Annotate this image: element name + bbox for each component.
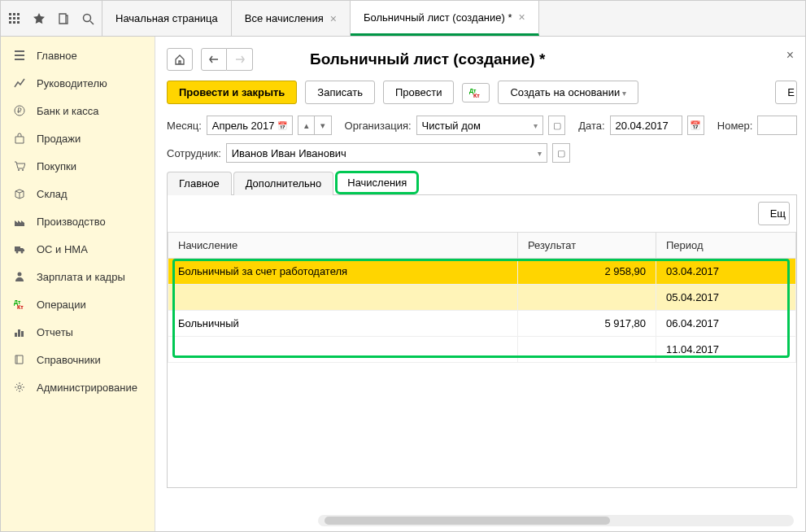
svg-point-14	[22, 169, 24, 171]
month-up[interactable]: ▴	[298, 116, 315, 135]
close-page-icon[interactable]: ×	[786, 48, 794, 63]
svg-point-15	[16, 251, 19, 254]
calendar-icon[interactable]: 📅	[277, 121, 287, 130]
svg-rect-0	[9, 13, 11, 15]
sidebar-item-warehouse[interactable]: Склад	[1, 180, 155, 207]
close-icon[interactable]: ×	[330, 12, 337, 25]
svg-rect-6	[9, 21, 11, 24]
cell-result	[518, 337, 656, 363]
topbar-icons	[1, 1, 102, 36]
employee-open[interactable]: ▢	[552, 143, 570, 163]
sidebar-item-admin[interactable]: Администрирование	[1, 373, 155, 401]
tab-all-accruals[interactable]: Все начисления×	[232, 1, 351, 36]
create-based-button[interactable]: Создать на основании	[498, 81, 638, 104]
table-body: Больничный за счет работодателя 2 958,90…	[168, 259, 796, 363]
sidebar-item-reports[interactable]: Отчеты	[1, 318, 155, 346]
chevron-down-icon[interactable]: ▾	[534, 121, 538, 130]
date-label: Дата:	[578, 120, 604, 132]
sidebar-item-label: Администрирование	[37, 382, 137, 394]
dtkt-button[interactable]: ДтКт	[462, 83, 490, 102]
sidebar-item-production[interactable]: Производство	[1, 207, 155, 235]
person-icon	[12, 269, 27, 284]
employee-input[interactable]: Иванов Иван Иванович▾	[226, 143, 547, 163]
home-button[interactable]	[167, 48, 193, 71]
sidebar-item-catalogs[interactable]: Справочники	[1, 346, 155, 373]
svg-point-9	[84, 14, 91, 21]
horizontal-scrollbar[interactable]	[318, 515, 794, 526]
tab-extra[interactable]: Дополнительно	[233, 172, 334, 195]
org-input[interactable]: Чистый дом▾	[416, 116, 543, 135]
history-icon[interactable]	[56, 11, 71, 26]
sidebar-item-label: Зарплата и кадры	[37, 271, 125, 283]
sidebar-item-label: Справочники	[37, 354, 101, 366]
number-label: Номер:	[717, 120, 753, 132]
cell-name	[168, 285, 518, 311]
cell-period: 03.04.2017	[656, 259, 796, 285]
scrollbar-thumb[interactable]	[325, 517, 610, 525]
sidebar-item-hr[interactable]: Зарплата и кадры	[1, 263, 155, 290]
table-row[interactable]: Больничный за счет работодателя 2 958,90…	[168, 259, 796, 285]
apps-icon[interactable]	[7, 11, 22, 26]
star-icon[interactable]	[32, 11, 46, 26]
tab-start-page[interactable]: Начальная страница	[102, 1, 232, 36]
table-more-button[interactable]: Ещ	[758, 202, 790, 225]
table-area: Ещ Начисление Результат Период Больничны…	[167, 195, 797, 488]
sidebar-item-main[interactable]: Главное	[1, 41, 155, 69]
table-row[interactable]: 11.04.2017	[168, 337, 796, 363]
svg-rect-22	[21, 331, 24, 337]
col-result[interactable]: Результат	[518, 233, 656, 259]
post-button[interactable]: Провести	[383, 81, 455, 104]
sidebar-item-operations[interactable]: ДтКтОперации	[1, 290, 155, 318]
date-calendar[interactable]: 📅	[687, 116, 704, 135]
forward-button[interactable]	[227, 48, 253, 71]
tab-sick-leave[interactable]: Больничный лист (создание) *×	[351, 1, 539, 36]
sidebar-item-purchases[interactable]: Покупки	[1, 152, 155, 180]
sidebar-item-label: Продажи	[37, 133, 81, 145]
post-and-close-button[interactable]: Провести и закрыть	[167, 81, 297, 104]
box-icon	[12, 186, 27, 201]
more-button-cut[interactable]: Е	[775, 81, 797, 104]
sidebar-item-bank[interactable]: ₽Банк и касса	[1, 97, 155, 124]
cell-name	[168, 337, 518, 363]
tab-label: Начальная страница	[115, 12, 218, 24]
table-actions: Ещ	[168, 195, 796, 232]
number-input[interactable]	[757, 116, 797, 135]
sidebar-item-assets[interactable]: ОС и НМА	[1, 235, 155, 263]
svg-rect-21	[18, 329, 20, 337]
col-period[interactable]: Период	[656, 233, 796, 259]
page-title: Больничный лист (создание) *	[310, 50, 545, 68]
date-input[interactable]: 20.04.2017	[610, 116, 682, 135]
table-row[interactable]: 05.04.2017	[168, 285, 796, 311]
gear-icon	[12, 380, 27, 395]
header-row: Больничный лист (создание) *	[167, 48, 797, 71]
table-row[interactable]: Больничный 5 917,80 06.04.2017	[168, 311, 796, 337]
employee-label: Сотрудник:	[167, 147, 221, 159]
svg-point-23	[18, 386, 21, 389]
topbar: Начальная страница Все начисления× Больн…	[1, 1, 805, 37]
write-button[interactable]: Записать	[305, 81, 375, 104]
sidebar-item-label: Склад	[37, 188, 68, 200]
sidebar-item-manager[interactable]: Руководителю	[1, 69, 155, 97]
tab-main[interactable]: Главное	[167, 172, 232, 195]
chevron-down-icon[interactable]: ▾	[538, 149, 542, 158]
chart-line-icon	[12, 76, 27, 90]
sidebar-item-sales[interactable]: Продажи	[1, 124, 155, 152]
org-open[interactable]: ▢	[548, 116, 565, 135]
svg-rect-7	[13, 21, 15, 24]
col-name[interactable]: Начисление	[168, 233, 518, 259]
cell-name: Больничный	[168, 311, 518, 337]
sidebar-item-label: Руководителю	[37, 77, 107, 89]
svg-text:Кт: Кт	[473, 93, 480, 98]
cell-period: 06.04.2017	[656, 311, 796, 337]
close-icon[interactable]: ×	[519, 11, 525, 24]
cell-period: 11.04.2017	[656, 337, 796, 363]
back-button[interactable]	[201, 48, 227, 71]
search-icon[interactable]	[81, 11, 95, 26]
sidebar-item-label: ОС и НМА	[37, 243, 88, 255]
form-row-2: Сотрудник: Иванов Иван Иванович▾ ▢	[167, 143, 797, 163]
action-bar: Провести и закрыть Записать Провести ДтК…	[167, 81, 797, 104]
month-down[interactable]: ▾	[314, 116, 331, 135]
tab-accruals[interactable]: Начисления	[335, 171, 419, 194]
svg-point-17	[18, 273, 22, 277]
month-input[interactable]: Апрель 2017📅	[207, 116, 293, 135]
